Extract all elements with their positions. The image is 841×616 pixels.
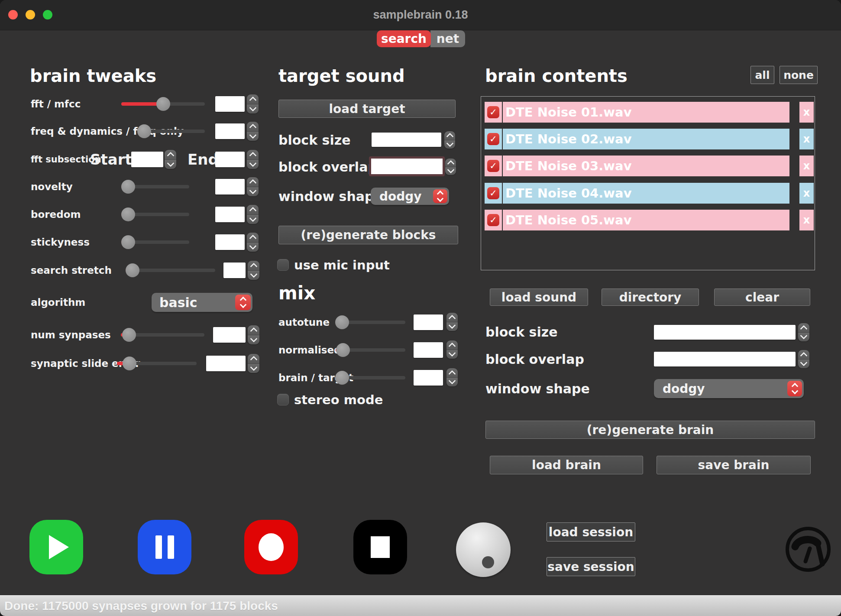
load-brain-button[interactable]: load brain: [490, 456, 643, 474]
spin-down-button[interactable]: [446, 377, 458, 387]
fft-start-spinbox[interactable]: [131, 152, 163, 167]
spin-up-button[interactable]: [446, 340, 458, 350]
slider-handle[interactable]: [156, 97, 170, 111]
autotune-slider[interactable]: [336, 315, 405, 330]
fft-end-spin-buttons[interactable]: [247, 150, 259, 169]
spin-up-button[interactable]: [247, 122, 259, 131]
spin-up-button[interactable]: [798, 350, 809, 359]
brain-target-spinbox[interactable]: [414, 370, 443, 386]
brain-target-spin-buttons[interactable]: [446, 368, 458, 386]
freq-dynamics-spinbox[interactable]: [215, 123, 245, 139]
target-block-size-spin-buttons[interactable]: [444, 131, 455, 149]
slider-handle[interactable]: [122, 328, 136, 342]
stop-button[interactable]: [353, 520, 407, 574]
spin-up-button[interactable]: [165, 150, 176, 159]
brain-block-overlap-spinbox[interactable]: [654, 352, 796, 366]
play-button[interactable]: [29, 520, 83, 574]
boredom-spin-buttons[interactable]: [247, 205, 259, 224]
slider-handle[interactable]: [336, 343, 350, 357]
zoom-button[interactable]: [43, 10, 52, 19]
fft-mfcc-slider[interactable]: [121, 97, 205, 111]
volume-knob[interactable]: [456, 522, 511, 577]
checked-checkbox-icon[interactable]: [487, 214, 499, 226]
boredom-spinbox[interactable]: [215, 207, 245, 222]
brain-block-size-spin-buttons[interactable]: [798, 323, 809, 341]
novelty-spin-buttons[interactable]: [247, 177, 259, 196]
target-block-overlap-spinbox[interactable]: [369, 156, 445, 176]
fft-mfcc-spin-buttons[interactable]: [247, 94, 259, 113]
novelty-spinbox[interactable]: [215, 179, 245, 195]
slider-handle[interactable]: [121, 180, 135, 194]
spin-down-button[interactable]: [248, 335, 259, 345]
synaptic-slide-error-spin-buttons[interactable]: [248, 354, 259, 373]
checked-checkbox-icon[interactable]: [487, 187, 499, 199]
regenerate-blocks-button[interactable]: (re)generate blocks: [278, 226, 458, 244]
record-button[interactable]: [244, 520, 298, 574]
spin-down-button[interactable]: [247, 187, 259, 197]
spin-up-button[interactable]: [445, 159, 456, 167]
close-button[interactable]: [8, 10, 18, 19]
search-stretch-spinbox[interactable]: [223, 263, 246, 278]
spin-up-button[interactable]: [247, 150, 259, 159]
freq-dynamics-slider[interactable]: [139, 124, 205, 139]
spin-down-button[interactable]: [446, 350, 458, 359]
search-stretch-slider[interactable]: [126, 263, 215, 278]
num-synpases-slider[interactable]: [121, 327, 204, 342]
freq-dynamics-spin-buttons[interactable]: [247, 122, 259, 141]
spin-up-button[interactable]: [247, 177, 259, 187]
spin-down-button[interactable]: [798, 332, 809, 342]
tab-search[interactable]: search: [377, 30, 431, 47]
slider-handle[interactable]: [335, 371, 349, 385]
slider-handle[interactable]: [335, 315, 349, 329]
fft-mfcc-spinbox[interactable]: [215, 96, 245, 112]
slider-handle[interactable]: [121, 207, 135, 221]
stickyness-spinbox[interactable]: [215, 234, 245, 250]
tab-net[interactable]: net: [430, 30, 465, 47]
spin-down-button[interactable]: [798, 359, 809, 369]
spin-down-button[interactable]: [165, 159, 176, 169]
checked-checkbox-icon[interactable]: [487, 106, 499, 118]
autotune-spinbox[interactable]: [414, 314, 443, 330]
spin-up-button[interactable]: [247, 233, 259, 242]
brain-block-size-spinbox[interactable]: [654, 325, 796, 340]
save-brain-button[interactable]: save brain: [657, 456, 811, 474]
spin-up-button[interactable]: [446, 313, 458, 322]
spin-down-button[interactable]: [444, 140, 455, 149]
synaptic-slide-error-spinbox[interactable]: [206, 356, 246, 371]
boredom-slider[interactable]: [121, 207, 189, 222]
normalised-spin-buttons[interactable]: [446, 340, 458, 359]
spin-down-button[interactable]: [247, 104, 259, 114]
slider-handle[interactable]: [126, 263, 139, 277]
algorithm-select[interactable]: basic: [152, 293, 252, 312]
fft-start-spin-buttons[interactable]: [165, 150, 176, 169]
target-block-size-spinbox[interactable]: [372, 133, 441, 147]
spin-down-button[interactable]: [247, 159, 259, 169]
remove-sample-button[interactable]: x: [799, 156, 814, 176]
select-none-button[interactable]: none: [780, 66, 818, 84]
spin-down-button[interactable]: [248, 363, 259, 373]
spin-up-button[interactable]: [247, 205, 259, 214]
search-stretch-spin-buttons[interactable]: [248, 261, 259, 280]
minimize-button[interactable]: [26, 10, 35, 19]
spin-down-button[interactable]: [445, 167, 456, 175]
remove-sample-button[interactable]: x: [799, 129, 814, 149]
slider-handle[interactable]: [137, 124, 151, 138]
autotune-spin-buttons[interactable]: [446, 313, 458, 331]
spin-up-button[interactable]: [248, 261, 259, 270]
directory-button[interactable]: directory: [602, 289, 699, 306]
checked-checkbox-icon[interactable]: [487, 133, 499, 145]
stickyness-slider[interactable]: [121, 235, 189, 250]
save-session-button[interactable]: save session: [547, 557, 635, 576]
use-mic-input-checkbox[interactable]: [277, 259, 289, 271]
stickyness-spin-buttons[interactable]: [247, 233, 259, 252]
pause-button[interactable]: [138, 520, 191, 574]
spin-down-button[interactable]: [248, 270, 259, 280]
spin-down-button[interactable]: [446, 322, 458, 331]
slider-handle[interactable]: [121, 235, 135, 249]
brain-window-shape-select[interactable]: dodgy: [654, 379, 804, 398]
target-block-overlap-spin-buttons[interactable]: [445, 159, 456, 175]
target-window-shape-select[interactable]: dodgy: [371, 188, 449, 205]
normalised-slider[interactable]: [336, 343, 405, 357]
spin-up-button[interactable]: [446, 368, 458, 377]
load-sound-button[interactable]: load sound: [490, 289, 588, 306]
